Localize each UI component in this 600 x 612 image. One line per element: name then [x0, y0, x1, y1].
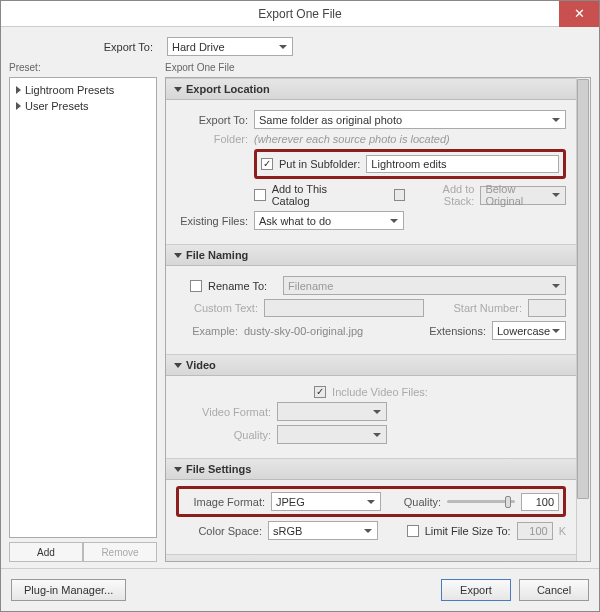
- video-format-label: Video Format:: [176, 406, 271, 418]
- example-label: Example:: [176, 325, 238, 337]
- subfolder-checkbox[interactable]: [261, 158, 273, 170]
- rename-checkbox[interactable]: [190, 280, 202, 292]
- panel-video-header[interactable]: Video: [166, 354, 576, 376]
- add-stack-checkbox: [394, 189, 406, 201]
- add-preset-button[interactable]: Add: [9, 542, 83, 562]
- video-quality-label: Quality:: [176, 429, 271, 441]
- add-catalog-label: Add to This Catalog: [272, 183, 365, 207]
- preset-header: Preset:: [9, 60, 157, 77]
- dialog-footer: Plug-in Manager... Export Cancel: [1, 568, 599, 611]
- chevron-down-icon: [174, 363, 182, 368]
- panel-file-naming-header[interactable]: File Naming: [166, 244, 576, 266]
- export-to-row: Export To: Hard Drive: [1, 27, 599, 60]
- panel-export-location: Export To:Same folder as original photo …: [166, 100, 576, 244]
- quality-slider[interactable]: [447, 500, 515, 503]
- close-icon: ✕: [574, 6, 585, 21]
- close-button[interactable]: ✕: [559, 1, 599, 27]
- stack-position-select: Below Original: [480, 186, 566, 205]
- limit-filesize-label: Limit File Size To:: [425, 525, 511, 537]
- include-video-label: Include Video Files:: [332, 386, 428, 398]
- settings-scroll: Export Location Export To:Same folder as…: [165, 77, 591, 562]
- titlebar: Export One File ✕: [1, 1, 599, 27]
- export-button[interactable]: Export: [441, 579, 511, 601]
- format-highlight: Image Format: JPEG Quality: 100: [176, 486, 566, 517]
- window-title: Export One File: [258, 7, 341, 21]
- export-dialog: Export One File ✕ Export To: Hard Drive …: [0, 0, 600, 612]
- limit-unit: K: [559, 525, 566, 537]
- scrollbar[interactable]: [576, 78, 590, 561]
- limit-filesize-checkbox[interactable]: [407, 525, 419, 537]
- panel-file-settings: Image Format: JPEG Quality: 100 Color Sp…: [166, 480, 576, 554]
- custom-text-input: [264, 299, 424, 317]
- panel-file-naming: Rename To:Filename Custom Text:Start Num…: [166, 266, 576, 354]
- export-to-label: Export To:: [176, 114, 248, 126]
- start-number-label: Start Number:: [454, 302, 522, 314]
- custom-text-label: Custom Text:: [176, 302, 258, 314]
- settings-header: Export One File: [165, 60, 591, 77]
- panel-image-sizing-header[interactable]: Image Sizing: [166, 554, 576, 562]
- preset-list[interactable]: Lightroom Presets User Presets: [9, 77, 157, 538]
- start-number-input: [528, 299, 566, 317]
- rename-template-select: Filename: [283, 276, 566, 295]
- export-to-label: Export To:: [9, 41, 159, 53]
- export-to-folder-select[interactable]: Same folder as original photo: [254, 110, 566, 129]
- image-format-select[interactable]: JPEG: [271, 492, 381, 511]
- chevron-down-icon: [174, 87, 182, 92]
- folder-path: (wherever each source photo is located): [254, 133, 450, 145]
- cancel-button[interactable]: Cancel: [519, 579, 589, 601]
- panel-file-settings-header[interactable]: File Settings: [166, 458, 576, 480]
- disclosure-icon: [16, 102, 21, 110]
- disclosure-icon: [16, 86, 21, 94]
- settings-column: Export One File Export Location Export T…: [165, 60, 591, 562]
- slider-thumb[interactable]: [505, 496, 511, 508]
- scrollbar-thumb[interactable]: [577, 79, 589, 499]
- image-format-label: Image Format:: [183, 496, 265, 508]
- extensions-label: Extensions:: [429, 325, 486, 337]
- colorspace-select[interactable]: sRGB: [268, 521, 378, 540]
- panel-video: Include Video Files: Video Format: Quali…: [166, 376, 576, 458]
- include-video-checkbox: [314, 386, 326, 398]
- preset-item[interactable]: Lightroom Presets: [10, 82, 156, 98]
- chevron-down-icon: [174, 467, 182, 472]
- colorspace-label: Color Space:: [176, 525, 262, 537]
- subfolder-label: Put in Subfolder:: [279, 158, 360, 170]
- add-stack-label: Add to Stack:: [411, 183, 474, 207]
- rename-label: Rename To:: [208, 280, 267, 292]
- video-format-select: [277, 402, 387, 421]
- existing-files-select[interactable]: Ask what to do: [254, 211, 404, 230]
- export-to-select[interactable]: Hard Drive: [167, 37, 293, 56]
- subfolder-input[interactable]: Lightroom edits: [366, 155, 559, 173]
- existing-files-label: Existing Files:: [176, 215, 248, 227]
- quality-label: Quality:: [404, 496, 441, 508]
- quality-input[interactable]: 100: [521, 493, 559, 511]
- subfolder-highlight: Put in Subfolder: Lightroom edits: [254, 149, 566, 179]
- video-quality-select: [277, 425, 387, 444]
- limit-filesize-input: 100: [517, 522, 553, 540]
- preset-item[interactable]: User Presets: [10, 98, 156, 114]
- plugin-manager-button[interactable]: Plug-in Manager...: [11, 579, 126, 601]
- add-catalog-checkbox[interactable]: [254, 189, 266, 201]
- chevron-down-icon: [174, 253, 182, 258]
- extensions-select[interactable]: Lowercase: [492, 321, 566, 340]
- example-value: dusty-sky-00-original.jpg: [244, 325, 363, 337]
- folder-label: Folder:: [176, 133, 248, 145]
- panel-export-location-header[interactable]: Export Location: [166, 78, 576, 100]
- preset-column: Preset: Lightroom Presets User Presets A…: [9, 60, 157, 562]
- remove-preset-button[interactable]: Remove: [83, 542, 157, 562]
